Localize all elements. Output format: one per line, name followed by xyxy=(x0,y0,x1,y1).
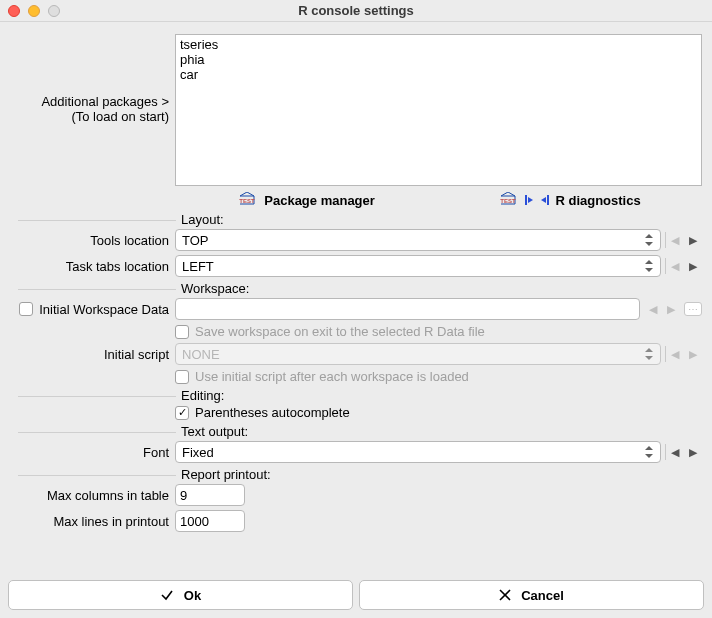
section-layout: Layout: xyxy=(10,212,702,227)
max-columns-label: Max columns in table xyxy=(10,488,175,503)
prev-arrow-icon: ◀ xyxy=(666,343,684,365)
initial-script-label: Initial script xyxy=(10,347,175,362)
initial-workspace-data-checkbox[interactable] xyxy=(19,302,33,316)
save-workspace-checkbox xyxy=(175,325,189,339)
initial-workspace-data-field[interactable] xyxy=(175,298,640,320)
section-workspace: Workspace: xyxy=(10,281,702,296)
initial-script-nav: ◀ ▶ xyxy=(665,343,702,365)
test-icon: TEST xyxy=(497,192,519,208)
test-icon: TEST xyxy=(236,192,258,208)
additional-packages-textarea[interactable] xyxy=(175,34,702,186)
tools-location-nav: ◀ ▶ xyxy=(665,229,702,251)
font-select[interactable]: Fixed xyxy=(175,441,661,463)
next-arrow-icon[interactable]: ▶ xyxy=(684,441,702,463)
workspace-data-nav: ◀ ▶ xyxy=(644,298,680,320)
initial-script-select: NONE xyxy=(175,343,661,365)
tools-location-select[interactable]: TOP xyxy=(175,229,661,251)
svg-marker-5 xyxy=(528,197,533,203)
max-columns-field[interactable] xyxy=(175,484,245,506)
svg-text:TEST: TEST xyxy=(501,198,517,204)
cancel-button[interactable]: Cancel xyxy=(359,580,704,610)
svg-text:TEST: TEST xyxy=(240,198,256,204)
initial-workspace-data-label: Initial Workspace Data xyxy=(39,302,169,317)
browse-icon[interactable]: ⋯ xyxy=(684,302,702,316)
task-tabs-location-select[interactable]: LEFT xyxy=(175,255,661,277)
close-icon xyxy=(499,589,511,601)
font-nav: ◀ ▶ xyxy=(665,441,702,463)
font-label: Font xyxy=(10,445,175,460)
titlebar: R console settings xyxy=(0,0,712,22)
next-arrow-icon[interactable]: ▶ xyxy=(684,255,702,277)
close-window-button[interactable] xyxy=(8,5,20,17)
svg-marker-6 xyxy=(541,197,546,203)
zoom-window-button xyxy=(48,5,60,17)
next-arrow-icon: ▶ xyxy=(662,298,680,320)
max-lines-field[interactable] xyxy=(175,510,245,532)
minimize-window-button[interactable] xyxy=(28,5,40,17)
r-diagnostics-link[interactable]: TEST R diagnostics xyxy=(497,192,640,208)
section-text-output: Text output: xyxy=(10,424,702,439)
package-manager-link[interactable]: TEST Package manager xyxy=(236,192,375,208)
window-controls xyxy=(8,5,60,17)
window-title: R console settings xyxy=(298,3,414,18)
section-report-printout: Report printout: xyxy=(10,467,702,482)
check-icon xyxy=(160,588,174,602)
section-editing: Editing: xyxy=(10,388,702,403)
max-lines-label: Max lines in printout xyxy=(10,514,175,529)
next-arrow-icon[interactable]: ▶ xyxy=(684,229,702,251)
parentheses-autocomplete-checkbox[interactable] xyxy=(175,406,189,420)
parentheses-autocomplete-label: Parentheses autocomplete xyxy=(195,405,350,420)
task-tabs-location-label: Task tabs location xyxy=(10,259,175,274)
ok-button[interactable]: Ok xyxy=(8,580,353,610)
use-initial-script-label: Use initial script after each workspace … xyxy=(195,369,469,384)
next-arrow-icon: ▶ xyxy=(684,343,702,365)
task-tabs-nav: ◀ ▶ xyxy=(665,255,702,277)
diagnostics-icon xyxy=(525,193,549,207)
prev-arrow-icon: ◀ xyxy=(666,255,684,277)
tools-location-label: Tools location xyxy=(10,233,175,248)
save-workspace-label: Save workspace on exit to the selected R… xyxy=(195,324,485,339)
prev-arrow-icon[interactable]: ◀ xyxy=(666,441,684,463)
prev-arrow-icon: ◀ xyxy=(644,298,662,320)
prev-arrow-icon: ◀ xyxy=(666,229,684,251)
use-initial-script-checkbox xyxy=(175,370,189,384)
additional-packages-label: Additional packages > (To load on start) xyxy=(10,34,175,124)
